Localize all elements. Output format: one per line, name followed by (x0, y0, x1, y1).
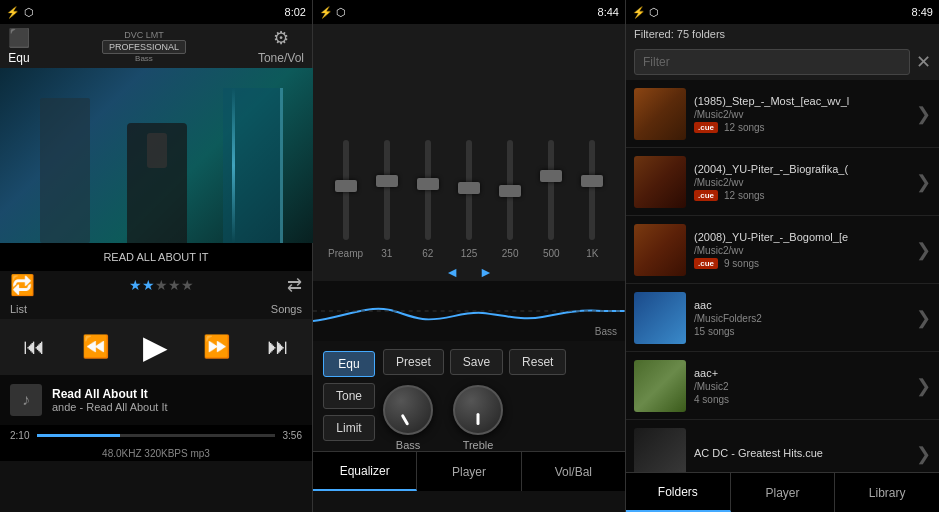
slider-1k-track[interactable] (589, 140, 595, 240)
preamp-track[interactable] (343, 140, 349, 240)
eq-curve-svg (313, 281, 625, 341)
slider-500hz[interactable] (531, 140, 572, 240)
eq-status-left: ⚡ ⬡ (319, 6, 346, 19)
item-path: /Music2 (694, 381, 908, 392)
star-rating[interactable]: ★★★★★ (129, 277, 194, 293)
expand-icon[interactable]: ❯ (916, 307, 931, 329)
slider-preamp[interactable] (325, 140, 366, 240)
slider-62-track[interactable] (425, 140, 431, 240)
track-info: READ ALL ABOUT IT (0, 243, 312, 271)
reset-button[interactable]: Reset (509, 349, 566, 375)
preamp-thumb[interactable] (335, 180, 357, 192)
limit-button[interactable]: Limit (323, 415, 375, 441)
prev-button[interactable]: ⏪ (75, 327, 115, 367)
slider-125hz[interactable] (448, 140, 489, 240)
slider-250hz[interactable] (490, 140, 531, 240)
tab-player-browser[interactable]: Player (731, 473, 836, 512)
item-info: aac+ /Music2 4 songs (694, 367, 908, 405)
eq-nav-left[interactable]: ◄ (445, 264, 459, 280)
eq-controls: Equ Tone Limit Preset Save Reset Bass (313, 341, 625, 451)
prev-prev-button[interactable]: ⏮ (14, 327, 54, 367)
control-labels: List Songs (0, 299, 312, 319)
expand-icon[interactable]: ❯ (916, 103, 931, 125)
repeat-icon[interactable]: 🔁 (10, 273, 35, 297)
eq-curve-area: Bass (313, 281, 625, 341)
equalizer-panel: ⚡ ⬡ 8:44 (313, 0, 626, 512)
list-item[interactable]: (2008)_YU-Piter_-_Bogomol_[e /Music2/wv … (626, 216, 939, 284)
preset-button[interactable]: Preset (383, 349, 444, 375)
tab-folders[interactable]: Folders (626, 473, 731, 512)
list-item[interactable]: (1985)_Step_-_Most_[eac_wv_l /Music2/wv … (626, 80, 939, 148)
dvc-badge: PROFESSIONAL (102, 40, 186, 54)
next-next-button[interactable]: ⏭ (258, 327, 298, 367)
expand-icon[interactable]: ❯ (916, 375, 931, 397)
slider-250-thumb[interactable] (499, 185, 521, 197)
tone-button[interactable]: Tone (323, 383, 375, 409)
slider-62hz[interactable] (407, 140, 448, 240)
tab-library[interactable]: Library (835, 473, 939, 512)
list-item[interactable]: aac /MusicFolders2 15 songs ❯ (626, 284, 939, 352)
treble-knob[interactable] (453, 385, 503, 435)
save-button[interactable]: Save (450, 349, 503, 375)
tab-tonevol[interactable]: ⚙ Tone/Vol (258, 27, 304, 65)
shuffle-icon[interactable]: ⇄ (287, 274, 302, 296)
next-button[interactable]: ⏩ (197, 327, 237, 367)
filter-input[interactable] (634, 49, 910, 75)
slider-31hz[interactable] (366, 140, 407, 240)
search-clear-button[interactable]: ✕ (916, 51, 931, 73)
browser-time: 8:49 (912, 6, 933, 18)
list-item[interactable]: aac+ /Music2 4 songs ❯ (626, 352, 939, 420)
slider-31-track[interactable] (384, 140, 390, 240)
item-thumbnail (634, 428, 686, 473)
eq-nav-right[interactable]: ► (479, 264, 493, 280)
treble-knob-group: Treble (453, 385, 503, 451)
freq-500: 500 (531, 248, 572, 259)
slider-125-thumb[interactable] (458, 182, 480, 194)
expand-icon[interactable]: ❯ (916, 171, 931, 193)
tab-equ[interactable]: ⬛ Equ (8, 27, 30, 65)
item-thumbnail (634, 360, 686, 412)
now-playing-title: Read All About It (52, 387, 302, 401)
slider-1k-thumb[interactable] (581, 175, 603, 187)
now-playing-icon: ♪ (10, 384, 42, 416)
freq-62: 62 (407, 248, 448, 259)
item-path: /Music2/wv (694, 245, 908, 256)
player-panel: ⚡ ⬡ 8:02 ⬛ Equ DVC LMT PROFESSIONAL Bass… (0, 0, 313, 512)
slider-250-track[interactable] (507, 140, 513, 240)
slider-500-track[interactable] (548, 140, 554, 240)
list-item[interactable]: (2004)_YU-Piter_-_Biografika_( /Music2/w… (626, 148, 939, 216)
browser-header: Filtered: 75 folders (626, 24, 939, 44)
browser-search-bar: ✕ (626, 44, 939, 80)
progress-track[interactable] (37, 434, 274, 437)
list-label[interactable]: List (10, 303, 27, 315)
rating-bar: 🔁 ★★★★★ ⇄ (0, 271, 312, 299)
item-meta: .cue 12 songs (694, 122, 908, 133)
freq-31: 31 (366, 248, 407, 259)
tonevol-icon: ⚙ (273, 27, 289, 49)
slider-62-thumb[interactable] (417, 178, 439, 190)
tab-equalizer[interactable]: Equalizer (313, 452, 417, 491)
tab-volbal[interactable]: Vol/Bal (522, 452, 625, 491)
songs-label[interactable]: Songs (271, 303, 302, 315)
play-button[interactable]: ▶ (136, 327, 176, 367)
item-count: 12 songs (724, 122, 765, 133)
bass-indicator (401, 414, 410, 426)
expand-icon[interactable]: ❯ (916, 443, 931, 465)
slider-31-thumb[interactable] (376, 175, 398, 187)
android-icon: ⬡ (24, 6, 34, 19)
slider-500-thumb[interactable] (540, 170, 562, 182)
expand-icon[interactable]: ❯ (916, 239, 931, 261)
tab-player[interactable]: Player (417, 452, 521, 491)
album-art (0, 68, 313, 243)
dvc-area[interactable]: DVC LMT PROFESSIONAL Bass (102, 30, 186, 63)
equ-button[interactable]: Equ (323, 351, 375, 377)
slider-1khz[interactable] (572, 140, 613, 240)
eq-time: 8:44 (598, 6, 619, 18)
slider-125-track[interactable] (466, 140, 472, 240)
item-count: 4 songs (694, 394, 729, 405)
list-item[interactable]: AC DC - Greatest Hits.cue ❯ (626, 420, 939, 472)
player-time: 8:02 (285, 6, 306, 18)
door-left (40, 98, 90, 243)
progress-fill (37, 434, 120, 437)
bass-knob[interactable] (383, 385, 433, 435)
